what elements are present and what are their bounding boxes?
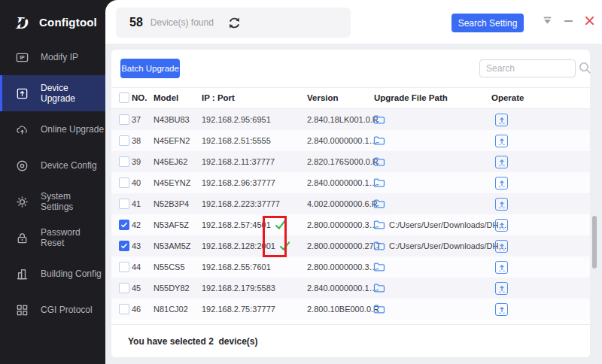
browse-file-folder-icon[interactable] [373,283,385,293]
upgrade-success-check-icon [275,220,286,230]
row-no: 42 [132,214,141,235]
batch-upgrade-button[interactable]: Batch Upgrade [120,59,180,78]
row-ip-port: 192.168.2.95:6951 [202,109,271,130]
sidebar-item-password-reset[interactable]: Password Reset [0,220,105,256]
row-checkbox[interactable] [119,114,129,125]
search-setting-button[interactable]: Search Setting [451,14,524,32]
row-checkbox[interactable] [119,220,129,230]
ip-port-text: 192.168.2.95:6951 [202,109,271,130]
row-model: N52B3P4 [154,193,189,214]
upgrade-device-button[interactable] [495,261,508,274]
row-ip-port: 192.168.2.128:2001 [202,235,290,256]
upgrade-device-button[interactable] [495,177,508,190]
sidebar-item-device-config[interactable]: Device Config [0,147,105,184]
browse-file-folder-icon[interactable] [373,304,385,314]
browse-file-folder-icon[interactable] [373,156,385,167]
row-version: 4.002.0000000.6.R [307,193,378,214]
sidebar-item-icon [16,123,29,136]
upgrade-device-button[interactable] [495,156,508,168]
collapse-icon[interactable] [542,15,553,26]
sidebar-item-icon [16,51,29,64]
vertical-scrollbar-thumb[interactable] [592,216,597,268]
sidebar-item-icon [16,268,29,281]
row-checkbox[interactable] [119,177,129,188]
row-checkbox[interactable] [119,135,129,146]
sidebar-item-cgi-protocol[interactable]: CGI Protocol [0,292,105,328]
table-footer: You have selected 2 device(s) [111,324,590,357]
close-icon[interactable] [584,15,595,26]
browse-file-folder-icon[interactable] [373,114,385,125]
upgrade-device-button[interactable] [495,198,508,211]
browse-file-folder-icon[interactable] [373,220,385,230]
row-checkbox[interactable] [119,304,129,314]
browse-file-folder-icon[interactable] [373,135,385,146]
row-version: 2.800.0000000.3… [307,256,378,278]
topbar: 58 Device(s) found Search Setting [105,0,602,44]
device-count-label: Device(s) found [150,17,214,28]
row-no: 40 [132,172,141,193]
ip-port-text: 192.168.2.11:37777 [202,151,275,172]
column-header-version: Version [307,88,339,108]
select-all-checkbox[interactable] [119,93,129,103]
row-version: 2.800.0000000.27.T [307,235,381,256]
ip-port-text: 192.168.2.96:37777 [202,172,275,193]
row-ip-port: 192.168.2.96:37777 [202,172,275,193]
row-checkbox[interactable] [119,241,129,251]
sidebar-item-label: CGI Protocol [41,305,93,315]
row-ip-port: 192.168.2.11:37777 [202,151,275,172]
table-row: 42 N53AF5Z 192.168.2.57:4501 2.800.00000… [111,214,590,235]
table-row: 45 N55DY82 192.168.2.179:5583 2.840.0000… [111,278,590,299]
column-header-ip-port: IP : Port [202,88,235,108]
sidebar: Configtool Modify IP Device Upgrade Onli… [0,0,105,364]
row-no: 46 [132,299,141,320]
sidebar-item-modify-ip[interactable]: Modify IP [0,39,105,75]
row-version: 2.800.0000000.3… [307,214,378,235]
selection-summary: You have selected 2 device(s) [128,336,590,347]
device-table-card: Batch Upgrade NO. Model IP : Port Versio… [111,50,590,357]
upgrade-device-button[interactable] [495,135,508,147]
browse-file-folder-icon[interactable] [373,199,385,209]
window-controls [542,15,595,26]
sidebar-item-label: Device Config [41,160,97,171]
sidebar-item-online-upgrade[interactable]: Online Upgrade [0,111,105,147]
row-checkbox[interactable] [119,156,129,167]
table-body: 37 N43BU83 192.168.2.95:6951 2.840.18LK0… [111,109,590,320]
upgrade-device-button[interactable] [495,114,508,126]
row-no: 41 [132,193,141,214]
sidebar-item-icon [16,196,29,208]
row-checkbox[interactable] [119,262,129,272]
upgrade-device-button[interactable] [495,303,508,316]
refresh-icon[interactable] [227,16,242,30]
row-version: 2.800.10BE000.0.R [307,299,379,320]
browse-file-folder-icon[interactable] [373,177,385,188]
column-header-no: NO. [132,88,147,108]
minimize-icon[interactable] [563,15,574,26]
ip-port-text: 192.168.2.179:5583 [202,278,275,299]
sidebar-item-label: Device Upgrade [41,83,105,104]
row-version: 2.840.18LK001.0.R [307,109,379,130]
browse-file-folder-icon[interactable] [373,262,385,272]
column-header-file-path: Upgrade File Path [374,88,448,108]
upgrade-device-button[interactable] [495,219,508,232]
browse-file-folder-icon[interactable] [373,241,385,251]
row-checkbox[interactable] [119,283,129,293]
brand-logo-icon [13,13,32,32]
sidebar-item-icon [16,304,29,317]
row-model: N55DY82 [154,278,190,299]
sidebar-item-building-config[interactable]: Building Config [0,256,105,292]
sidebar-item-label: Building Config [41,268,102,279]
sidebar-item-label: Password Reset [41,227,105,248]
search-input[interactable] [479,59,576,77]
table-row: 37 N43BU83 192.168.2.95:6951 2.840.18LK0… [111,109,590,130]
search-icon[interactable] [578,61,591,74]
upgrade-device-button[interactable] [495,240,508,253]
row-checkbox[interactable] [119,199,129,209]
table-row: 40 N45EYNZ 192.168.2.96:37777 2.840.0000… [111,172,590,193]
sidebar-item-device-upgrade[interactable]: Device Upgrade [0,75,105,111]
device-count: 58 [129,16,143,29]
upgrade-device-button[interactable] [495,282,508,295]
sidebar-item-system-settings[interactable]: System Settings [0,184,105,220]
row-model: N45EJ62 [154,151,187,172]
column-header-operate: Operate [491,88,524,108]
app-logo: Configtool [0,0,105,33]
